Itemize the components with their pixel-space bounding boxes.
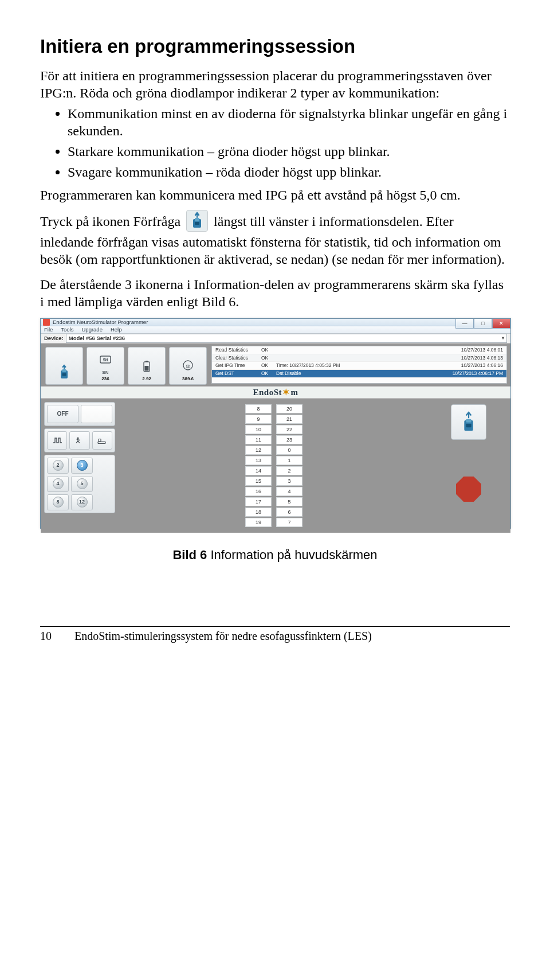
svg-rect-15: [99, 439, 101, 442]
table-cell: 10: [245, 425, 272, 434]
session-count-12[interactable]: 12: [71, 494, 93, 510]
table-cell: 19: [245, 518, 272, 527]
table-cell: 17: [245, 497, 272, 506]
left-panel: OFF 2345812: [44, 402, 115, 529]
page-footer: 10 EndoStim-stimuleringssystem för nedre…: [40, 626, 510, 643]
table-cell: 8: [245, 404, 272, 413]
intro-paragraph: För att initiera en programmeringssessio…: [40, 67, 510, 101]
svg-rect-17: [466, 424, 471, 427]
table-cell: 9: [245, 415, 272, 424]
svg-rect-2: [195, 218, 199, 221]
session-count-5[interactable]: 5: [71, 476, 93, 492]
table-cell: 20: [276, 404, 302, 413]
impedance-card[interactable]: Ω 389.6: [169, 347, 207, 385]
session-count-8[interactable]: 8: [47, 494, 69, 510]
interrogate-button[interactable]: [45, 347, 83, 385]
serial-number-card[interactable]: SN SN 236: [87, 347, 124, 385]
info-panel: SN SN 236 2.92 Ω 389.6: [41, 343, 211, 386]
run-mode-button[interactable]: [69, 431, 89, 450]
titlebar: Endostim NeuroStimulator Programmer — □ …: [41, 319, 510, 326]
battery-value: 2.92: [142, 376, 151, 382]
table-cell: 23: [276, 435, 302, 444]
device-row: Device: Model #56 Serial #236 ▾: [41, 334, 510, 343]
table-cell: 16: [245, 487, 272, 496]
session-count-4[interactable]: 4: [47, 476, 69, 492]
menu-file[interactable]: File: [44, 326, 53, 333]
device-dropdown[interactable]: Model #56 Serial #236 ▾: [66, 334, 507, 343]
app-icon: [43, 319, 50, 326]
sessions-grid: 2345812: [44, 455, 115, 513]
sn-value: 236: [101, 376, 109, 382]
bullet-list: Kommunikation minst en av dioderna för s…: [40, 105, 510, 181]
star-icon: ✶: [282, 387, 290, 398]
device-label: Device:: [44, 335, 64, 342]
table-cell: 6: [276, 507, 302, 517]
svg-rect-9: [146, 361, 148, 362]
table-cell: 12: [245, 446, 272, 455]
log-row[interactable]: Read StatisticsOK10/27/2013 4:06:01: [212, 346, 506, 354]
table-cell: 11: [245, 435, 272, 444]
session-count-2[interactable]: 2: [47, 458, 69, 474]
bullet-item: Kommunikation minst en av dioderna för s…: [68, 105, 510, 139]
table-cell: 4: [276, 487, 302, 496]
battery-card[interactable]: 2.92: [128, 347, 166, 385]
page-heading: Initiera en programmeringssession: [40, 34, 510, 58]
svg-text:SN: SN: [103, 358, 108, 362]
maximize-button[interactable]: □: [474, 319, 492, 329]
stop-icon: [456, 477, 481, 502]
footer-text: EndoStim-stimuleringssystem för nedre es…: [74, 629, 510, 643]
table-cell: 21: [276, 415, 302, 424]
svg-rect-10: [145, 366, 149, 371]
pulse-mode-button[interactable]: [47, 431, 67, 450]
paragraph-remaining-icons: De återstående 3 ikonerna i Information-…: [40, 276, 510, 310]
table-cell: 7: [276, 518, 302, 527]
menu-tools[interactable]: Tools: [61, 326, 73, 333]
bullet-item: Starkare kommunikation – gröna dioder hö…: [68, 143, 510, 160]
stop-button[interactable]: [451, 472, 486, 506]
svg-rect-1: [195, 222, 199, 225]
paragraph-interrogate: Tryck på ikonen Förfråga längst till vän…: [40, 212, 510, 268]
center-panel: 8910111213141516171819 2021222301234567: [115, 402, 433, 529]
svg-rect-5: [62, 369, 66, 372]
right-panel: [433, 402, 505, 529]
sn-label: SN: [102, 370, 109, 376]
minimize-button[interactable]: —: [455, 319, 474, 329]
table-cell: 1: [276, 456, 302, 465]
logo-bar: EndoSt✶m: [41, 386, 510, 399]
paragraph-distance: Programmeraren kan kommunicera med IPG p…: [40, 186, 510, 204]
window-title: Endostim NeuroStimulator Programmer: [53, 319, 148, 326]
power-toggle[interactable]: OFF: [44, 402, 115, 426]
table-cell: 0: [276, 446, 302, 455]
sleep-mode-button[interactable]: [92, 431, 112, 450]
on-button[interactable]: [81, 405, 112, 423]
app-window: Endostim NeuroStimulator Programmer — □ …: [40, 318, 511, 529]
log-row[interactable]: Get IPG TimeOKTime: 10/27/2013 4:05:32 P…: [212, 362, 506, 370]
menubar: File Tools Upgrade Help: [41, 326, 510, 334]
figure-caption: Bild 6 Information på huvudskärmen: [40, 547, 510, 563]
menu-upgrade[interactable]: Upgrade: [82, 326, 103, 333]
svg-rect-4: [62, 373, 66, 376]
table-cell: 15: [245, 477, 272, 486]
table-cell: 2: [276, 466, 302, 475]
off-button[interactable]: OFF: [47, 405, 78, 423]
menu-help[interactable]: Help: [111, 326, 122, 333]
table-cell: 18: [245, 507, 272, 517]
svg-rect-18: [466, 419, 471, 423]
caption-bold: Bild 6: [172, 548, 207, 562]
chevron-down-icon: ▾: [502, 335, 504, 341]
close-button[interactable]: ✕: [492, 319, 510, 329]
program-button[interactable]: [451, 404, 486, 440]
value-table: 8910111213141516171819 2021222301234567: [245, 404, 302, 527]
table-cell: 22: [276, 425, 302, 434]
text-before-icon: Tryck på ikonen Förfråga: [40, 214, 180, 229]
table-cell: 14: [245, 466, 272, 475]
log-row[interactable]: Get DSTOKDst Disable10/27/2013 4:06:17 P…: [212, 370, 506, 378]
bullet-item: Svagare kommunikation – röda dioder högs…: [68, 163, 510, 181]
table-cell: 13: [245, 456, 272, 465]
log-row[interactable]: Clear StatisticsOK10/27/2013 4:06:13: [212, 354, 506, 362]
svg-text:Ω: Ω: [186, 364, 190, 369]
session-count-3[interactable]: 3: [71, 458, 93, 474]
device-value: Model #56 Serial #236: [69, 335, 125, 342]
table-cell: 5: [276, 497, 302, 506]
caption-text: Information på huvudskärmen: [207, 548, 377, 562]
